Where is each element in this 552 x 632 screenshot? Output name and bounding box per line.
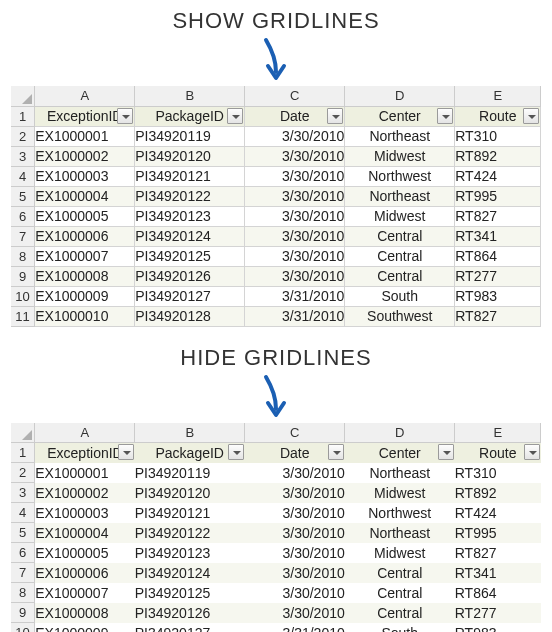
cell[interactable]: 3/30/2010 xyxy=(245,146,345,166)
cell[interactable]: EX1000002 xyxy=(35,146,135,166)
header-center[interactable]: Center xyxy=(345,106,455,126)
cell[interactable]: 3/30/2010 xyxy=(245,126,345,146)
cell[interactable]: RT892 xyxy=(455,483,541,503)
header-route[interactable]: Route xyxy=(455,106,541,126)
cell[interactable]: PI34920123 xyxy=(135,543,245,563)
cell[interactable]: EX1000001 xyxy=(35,126,135,146)
row-header[interactable]: 6 xyxy=(11,543,35,563)
header-packageid[interactable]: PackageID xyxy=(135,106,245,126)
cell[interactable]: EX1000005 xyxy=(35,543,135,563)
cell[interactable]: EX1000003 xyxy=(35,503,135,523)
cell[interactable]: PI34920121 xyxy=(135,166,245,186)
cell[interactable]: EX1000009 xyxy=(35,623,135,633)
cell[interactable]: 3/30/2010 xyxy=(245,246,345,266)
col-header-A[interactable]: A xyxy=(35,86,135,106)
cell[interactable]: 3/30/2010 xyxy=(245,206,345,226)
row-header[interactable]: 2 xyxy=(11,126,35,146)
row-header[interactable]: 8 xyxy=(11,246,35,266)
cell[interactable]: Central xyxy=(345,603,455,623)
row-header[interactable]: 7 xyxy=(11,563,35,583)
cell[interactable]: Central xyxy=(345,226,455,246)
cell[interactable]: RT864 xyxy=(455,583,541,603)
cell[interactable]: Midwest xyxy=(345,483,455,503)
row-header[interactable]: 9 xyxy=(11,603,35,623)
cell[interactable]: Midwest xyxy=(345,146,455,166)
cell[interactable]: RT277 xyxy=(455,266,541,286)
cell[interactable]: RT341 xyxy=(455,226,541,246)
cell[interactable]: EX1000008 xyxy=(35,266,135,286)
col-header-E[interactable]: E xyxy=(455,86,541,106)
col-header-D[interactable]: D xyxy=(345,86,455,106)
filter-dropdown-icon[interactable] xyxy=(117,108,133,124)
col-header-C[interactable]: C xyxy=(245,86,345,106)
row-header[interactable]: 7 xyxy=(11,226,35,246)
cell[interactable]: RT310 xyxy=(455,463,541,483)
cell[interactable]: 3/31/2010 xyxy=(245,623,345,633)
header-exceptionid[interactable]: ExceptionID xyxy=(35,443,135,463)
cell[interactable]: PI34920128 xyxy=(135,306,245,326)
cell[interactable]: RT424 xyxy=(455,166,541,186)
filter-dropdown-icon[interactable] xyxy=(437,108,453,124)
cell[interactable]: EX1000001 xyxy=(35,463,135,483)
cell[interactable]: Northeast xyxy=(345,523,455,543)
cell[interactable]: EX1000008 xyxy=(35,603,135,623)
cell[interactable]: RT341 xyxy=(455,563,541,583)
cell[interactable]: PI34920121 xyxy=(135,503,245,523)
cell[interactable]: RT827 xyxy=(455,543,541,563)
cell[interactable]: 3/30/2010 xyxy=(245,483,345,503)
cell[interactable]: EX1000004 xyxy=(35,523,135,543)
cell[interactable]: RT310 xyxy=(455,126,541,146)
col-header-B[interactable]: B xyxy=(135,86,245,106)
cell[interactable]: South xyxy=(345,286,455,306)
cell[interactable]: 3/30/2010 xyxy=(245,503,345,523)
cell[interactable]: 3/30/2010 xyxy=(245,543,345,563)
cell[interactable]: PI34920119 xyxy=(135,463,245,483)
header-exceptionid[interactable]: ExceptionID xyxy=(35,106,135,126)
row-header[interactable]: 6 xyxy=(11,206,35,226)
cell[interactable]: EX1000010 xyxy=(35,306,135,326)
cell[interactable]: Central xyxy=(345,563,455,583)
cell[interactable]: RT277 xyxy=(455,603,541,623)
cell[interactable]: RT983 xyxy=(455,286,541,306)
cell[interactable]: PI34920126 xyxy=(135,266,245,286)
filter-dropdown-icon[interactable] xyxy=(228,444,244,460)
cell[interactable]: 3/30/2010 xyxy=(245,603,345,623)
cell[interactable]: Midwest xyxy=(345,206,455,226)
header-packageid[interactable]: PackageID xyxy=(135,443,245,463)
cell[interactable]: 3/30/2010 xyxy=(245,463,345,483)
select-all-corner[interactable] xyxy=(11,86,35,106)
cell[interactable]: 3/30/2010 xyxy=(245,186,345,206)
filter-dropdown-icon[interactable] xyxy=(118,444,134,460)
cell[interactable]: 3/31/2010 xyxy=(245,306,345,326)
cell[interactable]: RT827 xyxy=(455,206,541,226)
cell[interactable]: EX1000006 xyxy=(35,563,135,583)
cell[interactable]: Southwest xyxy=(345,306,455,326)
cell[interactable]: RT995 xyxy=(455,186,541,206)
cell[interactable]: PI34920122 xyxy=(135,523,245,543)
cell[interactable]: PI34920127 xyxy=(135,623,245,633)
cell[interactable]: 3/30/2010 xyxy=(245,523,345,543)
cell[interactable]: Central xyxy=(345,583,455,603)
col-header-C[interactable]: C xyxy=(245,423,345,443)
col-header-E[interactable]: E xyxy=(455,423,541,443)
cell[interactable]: RT424 xyxy=(455,503,541,523)
cell[interactable]: Central xyxy=(345,266,455,286)
cell[interactable]: PI34920123 xyxy=(135,206,245,226)
cell[interactable]: EX1000003 xyxy=(35,166,135,186)
row-header[interactable]: 2 xyxy=(11,463,35,483)
cell[interactable]: Northwest xyxy=(345,166,455,186)
row-header[interactable]: 3 xyxy=(11,146,35,166)
row-header[interactable]: 5 xyxy=(11,186,35,206)
row-header[interactable]: 10 xyxy=(11,623,35,633)
cell[interactable]: PI34920120 xyxy=(135,483,245,503)
cell[interactable]: Northeast xyxy=(345,126,455,146)
cell[interactable]: Northeast xyxy=(345,186,455,206)
cell[interactable]: 3/30/2010 xyxy=(245,563,345,583)
cell[interactable]: 3/31/2010 xyxy=(245,286,345,306)
row-header[interactable]: 11 xyxy=(11,306,35,326)
filter-dropdown-icon[interactable] xyxy=(327,108,343,124)
cell[interactable]: EX1000009 xyxy=(35,286,135,306)
col-header-D[interactable]: D xyxy=(345,423,455,443)
filter-dropdown-icon[interactable] xyxy=(328,444,344,460)
row-header[interactable]: 5 xyxy=(11,523,35,543)
